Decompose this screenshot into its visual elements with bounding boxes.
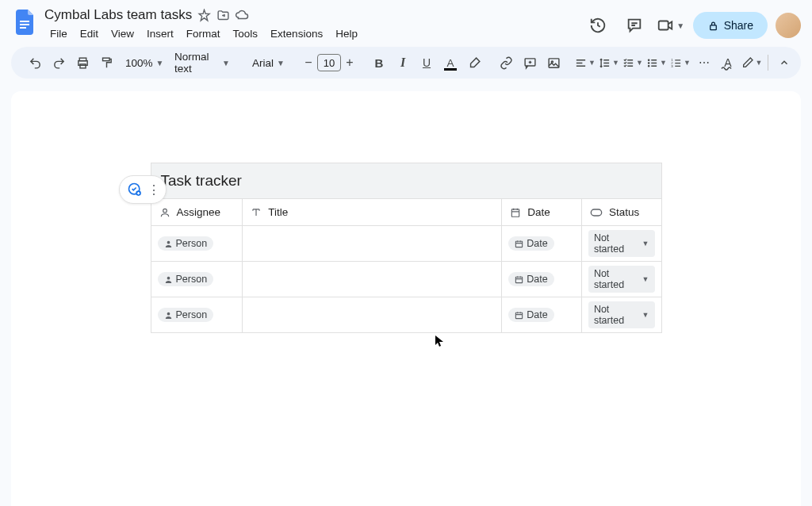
meet-button[interactable]: ▼ bbox=[657, 11, 685, 40]
text-color-button[interactable]: A bbox=[439, 52, 462, 74]
share-button[interactable]: Share bbox=[693, 12, 768, 39]
task-check-icon[interactable] bbox=[124, 179, 145, 200]
spellcheck-button[interactable]: A bbox=[717, 52, 739, 74]
svg-rect-22 bbox=[591, 209, 601, 216]
insert-comment-button[interactable] bbox=[519, 52, 541, 74]
cell-title[interactable] bbox=[243, 226, 502, 262]
checklist-button[interactable]: ▼ bbox=[622, 52, 644, 74]
person-chip[interactable]: Person bbox=[158, 236, 214, 251]
status-chip[interactable]: Not started▼ bbox=[588, 301, 655, 328]
cell-assignee[interactable]: Person bbox=[151, 262, 243, 297]
svg-rect-26 bbox=[516, 277, 523, 282]
cloud-saved-icon[interactable] bbox=[235, 8, 249, 22]
chevron-down-icon: ▼ bbox=[642, 311, 649, 319]
user-avatar[interactable] bbox=[776, 13, 801, 38]
cell-title[interactable] bbox=[243, 262, 502, 297]
cell-title[interactable] bbox=[243, 297, 502, 333]
menu-bar: File Edit View Insert Format Tools Exten… bbox=[44, 25, 584, 42]
cell-date[interactable]: Date bbox=[502, 297, 582, 333]
redo-button[interactable] bbox=[48, 52, 70, 74]
document-canvas[interactable]: ⋮ Task tracker Assignee Title Date Statu… bbox=[11, 91, 801, 506]
underline-button[interactable]: U bbox=[416, 52, 438, 74]
paint-format-button[interactable] bbox=[95, 52, 117, 74]
date-chip[interactable]: Date bbox=[508, 236, 553, 251]
calendar-icon bbox=[510, 207, 521, 218]
svg-rect-28 bbox=[516, 312, 523, 318]
star-icon[interactable] bbox=[197, 8, 211, 22]
table-row: Person Date Not started▼ bbox=[151, 262, 661, 297]
print-button[interactable] bbox=[71, 52, 94, 74]
menu-help[interactable]: Help bbox=[330, 25, 363, 42]
calendar-icon bbox=[515, 311, 523, 320]
table-title-cell[interactable]: Task tracker bbox=[151, 163, 661, 199]
menu-extensions[interactable]: Extensions bbox=[265, 25, 328, 42]
status-chip[interactable]: Not started▼ bbox=[588, 266, 655, 293]
menu-view[interactable]: View bbox=[105, 25, 140, 42]
history-icon[interactable] bbox=[584, 11, 612, 40]
menu-format[interactable]: Format bbox=[181, 25, 226, 42]
cell-assignee[interactable]: Person bbox=[151, 226, 243, 262]
insert-image-button[interactable] bbox=[542, 52, 565, 74]
numbered-list-button[interactable]: 123▼ bbox=[669, 52, 691, 74]
svg-point-20 bbox=[163, 209, 167, 213]
editing-mode-button[interactable]: ▼ bbox=[741, 52, 763, 74]
comments-icon[interactable] bbox=[620, 11, 649, 40]
header-status[interactable]: Status bbox=[581, 199, 661, 226]
zoom-dropdown[interactable]: 100%▼ bbox=[119, 52, 159, 74]
italic-button[interactable]: I bbox=[392, 52, 414, 74]
cell-status[interactable]: Not started▼ bbox=[581, 226, 661, 262]
bold-button[interactable]: B bbox=[368, 52, 390, 74]
svg-rect-3 bbox=[659, 21, 668, 30]
header-title[interactable]: Title bbox=[243, 199, 502, 226]
text-icon bbox=[251, 207, 262, 218]
cell-status[interactable]: Not started▼ bbox=[581, 262, 661, 297]
svg-rect-21 bbox=[512, 209, 519, 216]
bulleted-list-button[interactable]: ▼ bbox=[645, 52, 668, 74]
font-dropdown[interactable]: Arial▼ bbox=[246, 52, 290, 74]
move-folder-icon[interactable] bbox=[216, 8, 230, 22]
font-size-decrease[interactable]: − bbox=[300, 53, 317, 72]
font-size-increase[interactable]: + bbox=[341, 53, 358, 72]
person-chip[interactable]: Person bbox=[158, 308, 214, 322]
more-options-button[interactable]: ⋯ bbox=[693, 52, 715, 74]
person-icon bbox=[159, 207, 170, 218]
collapse-toolbar-button[interactable] bbox=[773, 52, 795, 74]
docs-logo[interactable] bbox=[11, 8, 40, 36]
line-spacing-button[interactable]: ▼ bbox=[598, 52, 620, 74]
more-menu-icon[interactable]: ⋮ bbox=[147, 182, 161, 197]
insert-link-button[interactable] bbox=[495, 52, 517, 74]
svg-point-13 bbox=[649, 62, 649, 63]
header-date[interactable]: Date bbox=[502, 199, 582, 226]
svg-point-25 bbox=[167, 276, 170, 279]
menu-edit[interactable]: Edit bbox=[75, 25, 104, 42]
menu-insert[interactable]: Insert bbox=[141, 25, 179, 42]
table-row: Person Date Not started▼ bbox=[151, 297, 661, 333]
font-size-control: − + bbox=[300, 53, 358, 72]
date-chip[interactable]: Date bbox=[508, 308, 553, 322]
svg-text:3: 3 bbox=[671, 63, 673, 67]
highlight-button[interactable] bbox=[463, 52, 485, 74]
smart-chip-floating-toolbar[interactable]: ⋮ bbox=[119, 175, 167, 204]
menu-tools[interactable]: Tools bbox=[228, 25, 264, 42]
date-chip[interactable]: Date bbox=[508, 272, 553, 286]
cell-date[interactable]: Date bbox=[502, 262, 582, 297]
svg-point-12 bbox=[649, 59, 649, 60]
svg-rect-0 bbox=[20, 21, 29, 22]
document-title[interactable]: Cymbal Labs team tasks bbox=[44, 7, 192, 23]
cell-status[interactable]: Not started▼ bbox=[581, 297, 661, 333]
status-chip[interactable]: Not started▼ bbox=[588, 230, 655, 257]
calendar-icon bbox=[515, 275, 523, 284]
align-button[interactable]: ▼ bbox=[574, 52, 596, 74]
mouse-cursor bbox=[435, 335, 445, 348]
header-assignee[interactable]: Assignee bbox=[151, 199, 243, 226]
menu-file[interactable]: File bbox=[44, 25, 73, 42]
person-chip[interactable]: Person bbox=[158, 272, 214, 286]
style-dropdown[interactable]: Normal text▼ bbox=[168, 52, 236, 74]
undo-button[interactable] bbox=[24, 52, 46, 74]
toolbar: 100%▼ Normal text▼ Arial▼ − + B I U A ▼ … bbox=[11, 47, 801, 79]
cell-date[interactable]: Date bbox=[502, 226, 582, 262]
task-tracker-table: Task tracker Assignee Title Date Status … bbox=[151, 163, 662, 333]
font-size-input[interactable] bbox=[317, 54, 341, 71]
svg-point-23 bbox=[167, 240, 170, 243]
cell-assignee[interactable]: Person bbox=[151, 297, 243, 333]
